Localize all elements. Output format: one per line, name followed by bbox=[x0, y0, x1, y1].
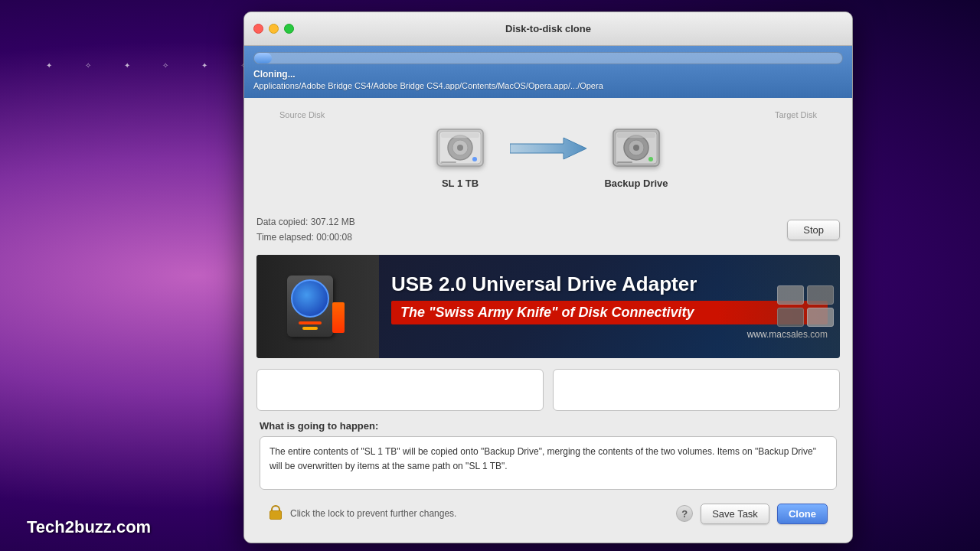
data-copied: Data copied: 307.12 MB bbox=[256, 214, 355, 230]
what-section: What is going to happen: The entire cont… bbox=[256, 420, 840, 490]
target-pane bbox=[553, 369, 840, 411]
window-title: Disk-to-disk clone bbox=[505, 23, 591, 34]
footer: Click the lock to prevent further change… bbox=[256, 499, 840, 532]
source-disk-name: SL 1 TB bbox=[442, 178, 479, 189]
progress-area: Cloning... Applications/Adobe Bridge CS4… bbox=[244, 46, 852, 98]
ad-subtitle: The "Swiss Army Knife" of Disk Connectiv… bbox=[400, 305, 694, 320]
svg-point-13 bbox=[633, 145, 639, 151]
traffic-lights bbox=[253, 24, 294, 34]
svg-rect-5 bbox=[441, 133, 479, 138]
help-button[interactable]: ? bbox=[676, 505, 693, 522]
stop-button[interactable]: Stop bbox=[787, 220, 840, 240]
target-disk-item: Backup Drive bbox=[586, 123, 686, 189]
clone-button[interactable]: Clone bbox=[777, 504, 828, 524]
source-pane bbox=[256, 369, 544, 411]
arrow-area bbox=[510, 133, 586, 164]
svg-rect-16 bbox=[617, 161, 632, 163]
clone-arrow-icon bbox=[510, 133, 586, 164]
maximize-button[interactable] bbox=[284, 24, 294, 34]
progress-bar-container bbox=[253, 52, 843, 64]
target-disk-label: Target Disk bbox=[775, 110, 817, 119]
cloning-path: Applications/Adobe Bridge CS4/Adobe Brid… bbox=[253, 81, 843, 90]
what-description: The entire contents of "SL 1 TB" will be… bbox=[260, 436, 837, 490]
cloning-label: Cloning... bbox=[253, 69, 843, 80]
source-disk-item: SL 1 TB bbox=[410, 123, 510, 189]
progress-bar-fill bbox=[254, 53, 272, 64]
minimize-button[interactable] bbox=[269, 24, 279, 34]
ad-device-grid bbox=[777, 285, 834, 327]
svg-point-4 bbox=[457, 145, 463, 151]
title-bar: Disk-to-disk clone bbox=[244, 12, 852, 46]
svg-point-15 bbox=[648, 157, 653, 161]
svg-rect-7 bbox=[441, 161, 456, 163]
info-row: Data copied: 307.12 MB Time elapsed: 00:… bbox=[256, 214, 840, 246]
svg-rect-14 bbox=[617, 133, 655, 138]
main-content: Source Disk Target Disk SL 1 TB bbox=[244, 98, 852, 543]
data-info: Data copied: 307.12 MB Time elapsed: 00:… bbox=[256, 214, 355, 246]
time-elapsed: Time elapsed: 00:00:08 bbox=[256, 230, 355, 245]
disk-area: Source Disk Target Disk SL 1 TB bbox=[256, 110, 840, 202]
footer-buttons: ? Save Task Clone bbox=[676, 504, 828, 524]
source-disk-icon bbox=[433, 123, 487, 173]
main-window: Disk-to-disk clone Cloning... Applicatio… bbox=[243, 11, 853, 543]
lock-body bbox=[270, 510, 282, 520]
lock-icon[interactable] bbox=[269, 505, 283, 522]
target-disk-name: Backup Drive bbox=[604, 178, 668, 189]
target-disk-icon bbox=[609, 123, 663, 173]
source-disk-label: Source Disk bbox=[279, 110, 325, 119]
ad-left-panel bbox=[256, 255, 379, 358]
close-button[interactable] bbox=[253, 24, 263, 34]
what-title: What is going to happen: bbox=[260, 420, 837, 432]
save-task-button[interactable]: Save Task bbox=[701, 504, 769, 524]
lower-panes bbox=[256, 369, 840, 411]
lock-text: Click the lock to prevent further change… bbox=[290, 508, 668, 519]
watermark: Tech2buzz.com bbox=[27, 517, 151, 537]
svg-point-6 bbox=[472, 157, 477, 161]
ad-banner[interactable]: USB 2.0 Universal Drive Adapter The "Swi… bbox=[256, 255, 840, 358]
svg-marker-8 bbox=[510, 138, 586, 159]
ad-devices-panel bbox=[717, 255, 840, 358]
